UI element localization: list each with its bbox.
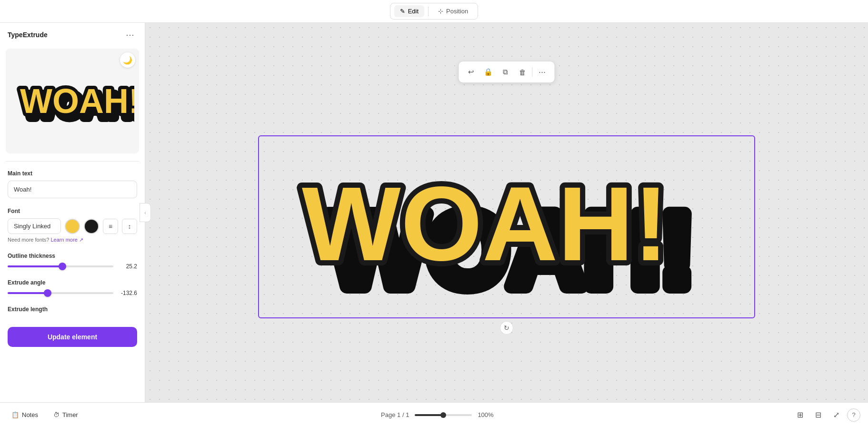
outline-slider-value: 25.2: [118, 263, 137, 270]
main-text-input[interactable]: [8, 181, 137, 198]
extrude-angle-section: Extrude angle -132.6: [0, 274, 145, 301]
canvas-element[interactable]: WOAH! WOAH! ↻: [258, 135, 755, 318]
lock-icon: 🔒: [484, 68, 493, 76]
more-options-button[interactable]: ⋯: [535, 64, 550, 80]
preview-badge: 🌙: [120, 52, 135, 68]
comment-icon: ↩: [468, 68, 474, 76]
bottom-bar: 📋 Notes ⏱ Timer Page 1 / 1 100% ⊞ ⊟ ⤢ ?: [0, 402, 868, 427]
outline-thickness-label: Outline thickness: [8, 253, 137, 259]
outline-slider-fill: [8, 265, 62, 267]
panel-title: TypeExtrude: [8, 31, 48, 39]
divider-1: [6, 161, 139, 162]
preview-area: 🌙 WOAH! WOAH!: [6, 49, 139, 153]
learn-more-row: Need more fonts? Learn more ↗: [8, 237, 137, 243]
extrude-length-section: Extrude length: [0, 301, 145, 321]
delete-icon: 🗑: [519, 68, 526, 76]
grid-icon: ⊞: [797, 410, 803, 419]
canvas-toolbar: ↩ 🔒 ⧉ 🗑 ⋯: [459, 61, 555, 83]
timer-icon: ⏱: [53, 411, 60, 418]
canvas-element-inner: WOAH! WOAH!: [278, 146, 735, 308]
extrude-length-label: Extrude length: [8, 306, 137, 313]
font-selector[interactable]: Singly Linked: [8, 218, 61, 234]
outline-slider-row: 25.2: [8, 263, 137, 270]
timer-label: Timer: [62, 411, 78, 418]
extrude-angle-slider-row: -132.6: [8, 290, 137, 296]
canvas-text-svg: WOAH! WOAH!: [278, 146, 735, 308]
notes-button[interactable]: 📋 Notes: [8, 409, 42, 420]
position-button[interactable]: ⊹ Position: [432, 5, 474, 17]
left-panel: TypeExtrude ⋯ 🌙 WOAH! WOAH! Main text Fo…: [0, 23, 145, 402]
font-section: Font Singly Linked ≡ ↕ Need more fonts? …: [0, 203, 145, 248]
lock-button[interactable]: 🔒: [481, 64, 496, 80]
align-icon: ≡: [109, 223, 112, 230]
toolbar-divider: [428, 7, 429, 16]
duplicate-button[interactable]: ⧉: [498, 64, 513, 80]
edit-button[interactable]: ✎ Edit: [394, 5, 424, 17]
moon-icon: 🌙: [123, 56, 132, 65]
extrude-angle-label: Extrude angle: [8, 279, 137, 286]
font-label: Font: [8, 208, 137, 214]
expand-icon: ⤢: [833, 410, 839, 419]
more-options-icon: ⋯: [539, 68, 546, 76]
main-text-section: Main text: [0, 165, 145, 203]
rotate-handle[interactable]: ↻: [500, 321, 513, 335]
extrude-angle-slider-track[interactable]: [8, 292, 113, 294]
svg-text:WOAH!: WOAH!: [302, 165, 668, 283]
bottom-right: ⊞ ⊟ ⤢ ?: [793, 408, 860, 422]
position-icon: ⊹: [438, 8, 443, 15]
learn-more-text: Need more fonts?: [8, 237, 49, 243]
preview-svg: WOAH! WOAH!: [10, 70, 134, 132]
bottom-left: 📋 Notes ⏱ Timer: [8, 409, 82, 420]
panel-header: TypeExtrude ⋯: [0, 23, 145, 45]
extrude-angle-slider-thumb[interactable]: [44, 289, 51, 297]
svg-text:WOAH!: WOAH!: [20, 82, 134, 120]
font-row: Singly Linked ≡ ↕: [8, 218, 137, 234]
text-align-button[interactable]: ≡: [103, 219, 118, 234]
outline-thickness-section: Outline thickness 25.2: [0, 248, 145, 274]
delete-button[interactable]: 🗑: [515, 64, 530, 80]
canvas-area[interactable]: ↩ 🔒 ⧉ 🗑 ⋯ WOAH!: [145, 23, 868, 402]
outline-slider-thumb[interactable]: [59, 263, 66, 270]
help-button[interactable]: ?: [847, 408, 860, 422]
comment-button[interactable]: ↩: [464, 64, 479, 80]
learn-more-link[interactable]: Learn more ↗: [51, 237, 83, 243]
line-height-icon: ↕: [128, 223, 131, 230]
zoom-slider-thumb[interactable]: [440, 412, 446, 418]
line-height-button[interactable]: ↕: [122, 219, 137, 234]
outline-slider-track[interactable]: [8, 265, 113, 267]
font-color-secondary-swatch[interactable]: [84, 219, 99, 234]
page-info: Page 1 / 1: [381, 411, 409, 418]
font-color-primary-swatch[interactable]: [65, 219, 80, 234]
panel-menu-button[interactable]: ⋯: [123, 29, 137, 41]
notes-icon: 📋: [11, 411, 19, 418]
top-bar: ✎ Edit ⊹ Position: [0, 0, 868, 23]
zoom-slider[interactable]: [415, 414, 472, 416]
list-icon: ⊟: [815, 410, 821, 419]
main-layout: TypeExtrude ⋯ 🌙 WOAH! WOAH! Main text Fo…: [0, 23, 868, 402]
canvas-toolbar-divider: [532, 67, 533, 77]
extrude-angle-value: -132.6: [118, 290, 137, 296]
timer-button[interactable]: ⏱ Timer: [50, 409, 82, 420]
collapse-handle[interactable]: ‹: [140, 203, 151, 222]
grid-view-button[interactable]: ⊞: [793, 408, 807, 422]
zoom-level: 100%: [478, 411, 493, 418]
help-icon: ?: [852, 411, 855, 418]
edit-label: Edit: [408, 8, 419, 15]
duplicate-icon: ⧉: [503, 68, 508, 76]
zoom-slider-fill: [415, 414, 443, 416]
edit-icon: ✎: [400, 8, 405, 15]
position-label: Position: [446, 8, 468, 15]
extrude-angle-slider-fill: [8, 292, 48, 294]
font-name: Singly Linked: [14, 223, 50, 230]
main-text-label: Main text: [8, 170, 137, 177]
list-view-button[interactable]: ⊟: [811, 408, 825, 422]
bottom-center: Page 1 / 1 100%: [381, 411, 494, 418]
notes-label: Notes: [22, 411, 38, 418]
expand-button[interactable]: ⤢: [829, 408, 843, 422]
edit-position-controls: ✎ Edit ⊹ Position: [390, 3, 479, 20]
update-element-button[interactable]: Update element: [8, 327, 137, 347]
